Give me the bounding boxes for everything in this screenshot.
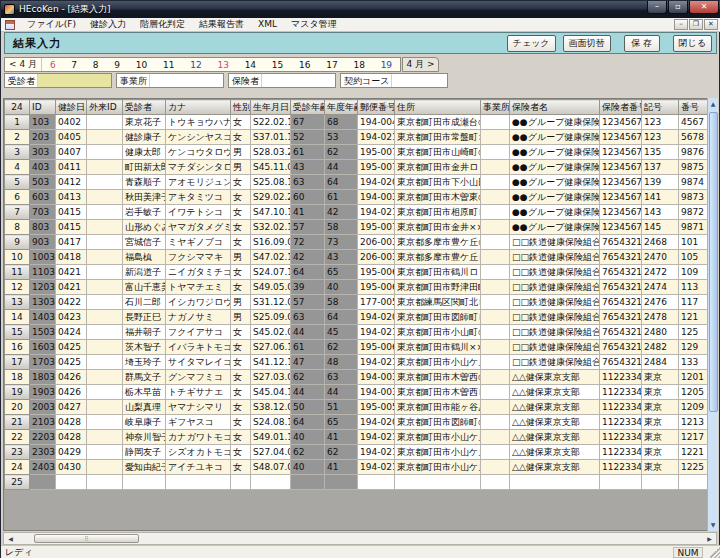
cell[interactable]: 194-0043 xyxy=(358,115,395,130)
cell[interactable]: 女 xyxy=(231,205,251,220)
cell[interactable]: 113 xyxy=(679,280,709,295)
cell[interactable]: 1903 xyxy=(30,385,56,400)
menu-item-4[interactable]: XML xyxy=(251,18,284,30)
cell[interactable]: 群馬文子 xyxy=(123,370,166,385)
cell[interactable]: 秋田美津子 xyxy=(123,190,166,205)
cell[interactable]: 0425 xyxy=(56,355,87,370)
cell[interactable] xyxy=(481,340,510,355)
cell[interactable]: 1122334 xyxy=(600,460,642,475)
cell[interactable]: 63 xyxy=(291,175,325,190)
cell[interactable]: □□鉄道健康保険組合 xyxy=(510,235,600,250)
cell[interactable]: 0429 xyxy=(56,445,87,460)
save-button[interactable]: 保 存 xyxy=(624,35,660,52)
cell[interactable]: アイチユキコ xyxy=(166,460,231,475)
cell[interactable]: 0430 xyxy=(56,460,87,475)
cell[interactable]: 福井朝子 xyxy=(123,325,166,340)
cell[interactable] xyxy=(87,310,123,325)
cell[interactable]: 女 xyxy=(231,190,251,205)
scroll-up-icon[interactable]: ▲ xyxy=(708,98,718,110)
cell[interactable]: 0413 xyxy=(56,190,87,205)
cell[interactable]: 141 xyxy=(642,190,679,205)
cell[interactable]: 東京都町田市能ヶ谷△ xyxy=(395,400,481,415)
column-header-2[interactable]: 外来ID xyxy=(87,100,123,115)
cell[interactable]: 64 xyxy=(291,415,325,430)
cell[interactable] xyxy=(87,355,123,370)
cell[interactable]: 43 xyxy=(325,250,358,265)
cell[interactable]: 女 xyxy=(231,325,251,340)
cell[interactable]: 福島槙 xyxy=(123,250,166,265)
cell[interactable]: 129 xyxy=(679,340,709,355)
cell[interactable] xyxy=(481,250,510,265)
cell[interactable]: トヤマチエミ xyxy=(166,280,231,295)
cell[interactable]: 0422 xyxy=(56,295,87,310)
cell[interactable] xyxy=(325,475,358,490)
cell[interactable] xyxy=(87,430,123,445)
cell[interactable] xyxy=(166,475,231,490)
day-13[interactable]: 13 xyxy=(217,60,228,70)
cell[interactable]: 9876 xyxy=(679,145,709,160)
cell[interactable]: 1234567 xyxy=(600,130,642,145)
column-header-11[interactable]: 事業所 xyxy=(481,100,510,115)
cell[interactable]: 61 xyxy=(291,145,325,160)
cell[interactable]: 403 xyxy=(30,160,56,175)
cell[interactable]: 男 xyxy=(231,145,251,160)
resize-grip-icon[interactable] xyxy=(709,547,720,558)
cell[interactable]: 1122334 xyxy=(600,400,642,415)
cell[interactable]: 42 xyxy=(325,205,358,220)
cell[interactable]: 39 xyxy=(291,280,325,295)
cell[interactable]: 7654321 xyxy=(600,355,642,370)
column-header-1[interactable]: 健診日 xyxy=(56,100,87,115)
prev-month-tab[interactable]: < 4 月 xyxy=(5,58,42,71)
cell[interactable]: 7654321 xyxy=(600,310,642,325)
cell[interactable]: 東京都町田市鶴川ロ－ロ xyxy=(395,265,481,280)
cell[interactable]: 44 xyxy=(325,385,358,400)
column-header-5[interactable]: 性別 xyxy=(231,100,251,115)
cell[interactable] xyxy=(481,310,510,325)
cell[interactable]: 東京 xyxy=(642,415,679,430)
cell[interactable]: 60 xyxy=(291,190,325,205)
cell[interactable]: 1205 xyxy=(679,385,709,400)
row-number[interactable]: 18 xyxy=(5,370,30,385)
cell[interactable] xyxy=(87,475,123,490)
cell[interactable] xyxy=(251,475,291,490)
cell[interactable]: 123 xyxy=(642,115,679,130)
row-number[interactable]: 21 xyxy=(5,415,30,430)
cell[interactable]: 0415 xyxy=(56,220,87,235)
day-6[interactable]: 6 xyxy=(50,60,56,70)
cell[interactable]: 123 xyxy=(642,130,679,145)
cell[interactable]: S27.06.11 xyxy=(251,340,291,355)
cell[interactable]: □□鉄道健康保険組合 xyxy=(510,295,600,310)
cell[interactable]: S24.07.15 xyxy=(251,265,291,280)
cell[interactable]: 女 xyxy=(231,430,251,445)
mdi-minimize-icon[interactable]: – xyxy=(674,19,688,30)
cell[interactable]: 44 xyxy=(325,160,358,175)
cell[interactable] xyxy=(87,130,123,145)
cell[interactable]: 7654321 xyxy=(600,295,642,310)
row-number[interactable]: 8 xyxy=(5,220,30,235)
column-header-14[interactable]: 記号 xyxy=(642,100,679,115)
row-number[interactable]: 11 xyxy=(5,265,30,280)
cell[interactable]: 東京都町田市小山ケ丘 xyxy=(395,445,481,460)
cell[interactable]: 東京都町田市野津田町 xyxy=(395,280,481,295)
column-header-0[interactable]: ID xyxy=(30,100,56,115)
cell[interactable]: □□鉄道健康保険組合 xyxy=(510,325,600,340)
cell[interactable]: △△健保東京支部 xyxy=(510,385,600,400)
cell[interactable]: 203 xyxy=(30,130,56,145)
cell[interactable]: 東京都町田市木曽西○－ xyxy=(395,370,481,385)
cell[interactable]: 1303 xyxy=(30,295,56,310)
cell[interactable] xyxy=(87,325,123,340)
cell[interactable]: 7654321 xyxy=(600,250,642,265)
cell[interactable]: 1603 xyxy=(30,340,56,355)
cell[interactable] xyxy=(87,115,123,130)
cell[interactable]: 137 xyxy=(642,160,679,175)
cell[interactable]: 2474 xyxy=(642,280,679,295)
cell[interactable]: S24.08.10 xyxy=(251,415,291,430)
cell[interactable]: ●●グループ健康保険組合 xyxy=(510,130,600,145)
cell[interactable]: S45.11.03 xyxy=(251,160,291,175)
cell[interactable]: □□鉄道健康保険組合 xyxy=(510,265,600,280)
cell[interactable]: 0424 xyxy=(56,325,87,340)
cell[interactable] xyxy=(481,265,510,280)
cell[interactable]: 9875 xyxy=(679,160,709,175)
cell[interactable]: 194-0203 xyxy=(358,415,395,430)
cell[interactable]: 神奈川智子 xyxy=(123,430,166,445)
